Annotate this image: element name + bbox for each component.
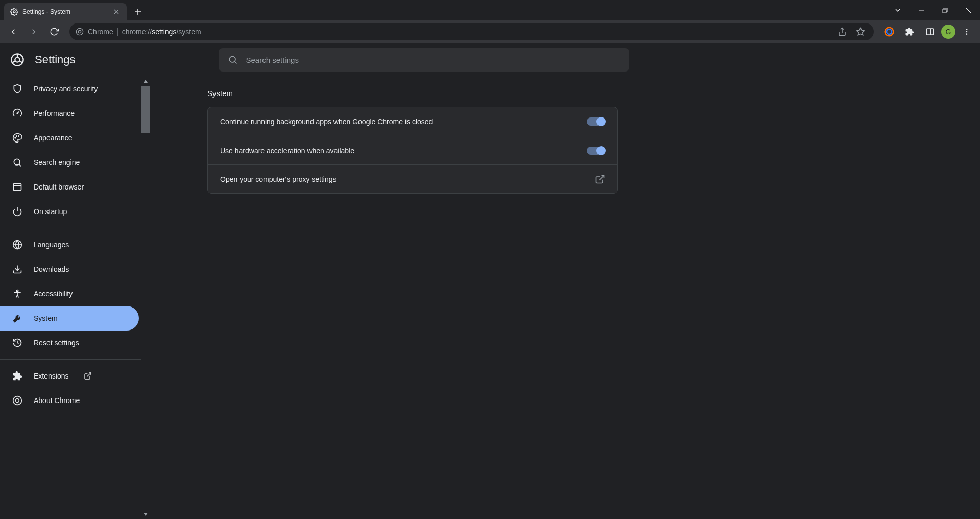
sidebar-item-label: Downloads [34, 265, 69, 273]
svg-point-43 [16, 399, 19, 403]
setting-row-background-apps: Continue running background apps when Go… [208, 107, 617, 136]
shield-icon [12, 84, 22, 94]
share-icon[interactable] [835, 25, 849, 39]
main-content: System Continue running background apps … [150, 77, 980, 519]
forward-button[interactable] [25, 22, 43, 41]
sidebar-item-default-browser[interactable]: Default browser [0, 175, 139, 199]
settings-sidebar: Privacy and security Performance Appeara… [0, 77, 141, 519]
svg-line-41 [87, 373, 91, 376]
sidebar-item-label: System [34, 314, 58, 322]
sidebar-scrollbar[interactable] [141, 77, 150, 519]
sidebar-item-accessibility[interactable]: Accessibility [0, 281, 139, 306]
scroll-thumb[interactable] [141, 86, 150, 133]
sidebar-item-label: Appearance [34, 134, 73, 142]
sidebar-item-label: Reset settings [34, 339, 79, 347]
gear-icon [10, 8, 18, 16]
svg-point-32 [14, 159, 20, 165]
browser-icon [12, 182, 22, 192]
sidebar-item-search-engine[interactable]: Search engine [0, 150, 139, 175]
search-icon [12, 157, 22, 168]
menu-button[interactable] [960, 25, 974, 39]
search-input[interactable] [246, 56, 620, 64]
setting-label: Open your computer's proxy settings [220, 175, 337, 183]
extension-color-icon[interactable] [882, 25, 896, 39]
sidebar-item-extensions[interactable]: Extensions [0, 364, 139, 388]
url-text: chrome://settings/system [122, 28, 831, 36]
svg-point-0 [13, 11, 15, 13]
puzzle-icon [12, 371, 22, 381]
side-panel-button[interactable] [923, 25, 937, 39]
svg-point-21 [15, 57, 19, 62]
chrome-icon [12, 395, 22, 406]
svg-point-19 [966, 33, 968, 35]
page-title: Settings [35, 53, 76, 66]
svg-rect-15 [926, 29, 934, 35]
toggle-background-apps[interactable] [587, 117, 605, 126]
sidebar-divider [0, 359, 141, 360]
chrome-icon [76, 28, 84, 36]
maximize-button[interactable] [933, 0, 957, 20]
sidebar-item-languages[interactable]: Languages [0, 232, 139, 257]
window-controls [886, 0, 980, 20]
power-icon [12, 206, 22, 217]
scroll-down-icon[interactable] [141, 510, 150, 519]
svg-line-23 [12, 61, 15, 63]
history-icon [12, 338, 22, 348]
vertical-divider [117, 28, 118, 36]
svg-point-31 [18, 136, 19, 137]
extensions-button[interactable] [902, 25, 917, 39]
settings-body: Privacy and security Performance Appeara… [0, 77, 980, 519]
bookmark-icon[interactable] [853, 25, 868, 39]
svg-point-18 [966, 31, 968, 33]
speed-icon [12, 108, 22, 119]
setting-row-hardware-accel: Use hardware acceleration when available [208, 136, 617, 164]
close-window-button[interactable] [957, 0, 980, 20]
palette-icon [12, 133, 22, 143]
section-title: System [207, 89, 980, 98]
setting-label: Use hardware acceleration when available [220, 147, 354, 155]
sidebar-item-privacy[interactable]: Privacy and security [0, 77, 139, 101]
svg-line-24 [19, 61, 22, 63]
sidebar-item-system[interactable]: System [0, 306, 139, 331]
sidebar-item-about[interactable]: About Chrome [0, 388, 139, 413]
url-scheme-label: Chrome [88, 28, 113, 36]
tab-title: Settings - System [22, 8, 108, 15]
svg-marker-12 [857, 28, 865, 35]
svg-point-25 [229, 56, 235, 62]
search-settings-box[interactable] [219, 48, 629, 72]
sidebar-container: Privacy and security Performance Appeara… [0, 77, 150, 519]
settings-card: Continue running background apps when Go… [207, 107, 618, 194]
search-tabs-button[interactable] [886, 0, 910, 20]
address-bar[interactable]: Chrome chrome://settings/system [69, 23, 874, 40]
sidebar-item-label: Search engine [34, 158, 80, 167]
scroll-up-icon[interactable] [141, 77, 150, 86]
svg-marker-45 [144, 513, 148, 516]
sidebar-item-downloads[interactable]: Downloads [0, 257, 139, 281]
external-link-icon [595, 174, 605, 184]
new-tab-button[interactable] [131, 5, 145, 19]
toggle-hardware-accel[interactable] [587, 147, 605, 155]
sidebar-item-appearance[interactable]: Appearance [0, 126, 139, 150]
svg-point-17 [966, 29, 968, 30]
minimize-button[interactable] [910, 0, 933, 20]
sidebar-item-label: Accessibility [34, 290, 73, 298]
sidebar-item-label: About Chrome [34, 396, 80, 405]
sidebar-item-on-startup[interactable]: On startup [0, 199, 139, 224]
svg-point-42 [13, 396, 22, 405]
sidebar-item-label: Performance [34, 109, 75, 117]
back-button[interactable] [4, 22, 22, 41]
setting-row-proxy-link[interactable]: Open your computer's proxy settings [208, 164, 617, 193]
browser-tab[interactable]: Settings - System [4, 3, 127, 20]
toggle-knob [596, 146, 606, 155]
sidebar-item-performance[interactable]: Performance [0, 101, 139, 126]
svg-line-26 [234, 62, 236, 64]
svg-point-29 [15, 137, 16, 138]
sidebar-item-label: Extensions [34, 372, 68, 380]
close-tab-icon[interactable] [112, 8, 121, 16]
sidebar-item-reset[interactable]: Reset settings [0, 331, 139, 355]
profile-avatar[interactable]: G [941, 25, 955, 39]
wrench-icon [12, 313, 22, 323]
reload-button[interactable] [45, 22, 63, 41]
page-content: Settings Privacy and security Performanc… [0, 43, 980, 519]
sidebar-item-label: Default browser [34, 183, 84, 191]
